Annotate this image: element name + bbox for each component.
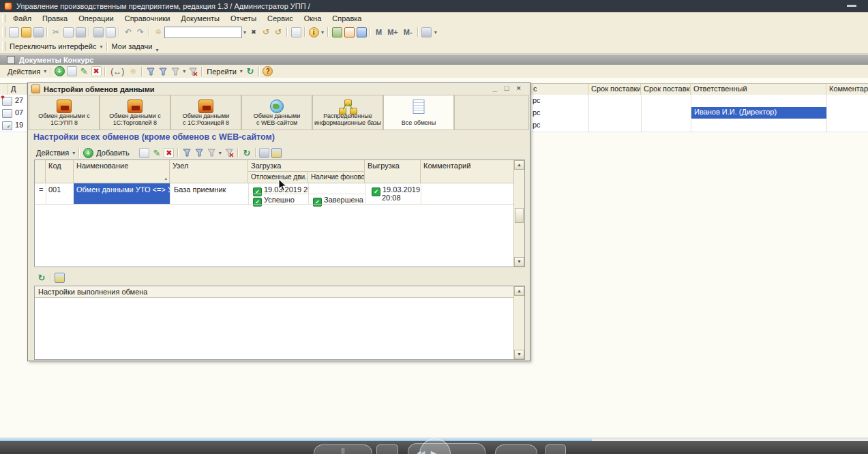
pause-icon[interactable]: ||	[314, 445, 372, 454]
edit-icon[interactable]: ✎	[151, 147, 162, 158]
menu-edit[interactable]: Правка	[37, 14, 73, 22]
documents-icon[interactable]	[290, 27, 301, 37]
background-task-header[interactable]: Наличие фоновой...	[308, 172, 365, 183]
doc-actions-button[interactable]: Действия	[5, 67, 42, 76]
goto-button[interactable]: Перейти	[205, 67, 239, 76]
row-code[interactable]: 001	[46, 185, 74, 194]
scroll-down-icon[interactable]: ▼	[514, 257, 524, 267]
panel-scrollbar[interactable]: ▲ ▼	[513, 286, 524, 359]
list-settings-icon[interactable]	[54, 272, 65, 283]
tab-exchange-trade[interactable]: Обмен данными с1С:Торговлей 8	[100, 95, 170, 130]
add-copy-icon[interactable]	[139, 147, 150, 158]
switch-interface-button[interactable]: Переключить интерфейс	[8, 42, 99, 50]
node-header[interactable]: Узел	[170, 160, 248, 183]
tab-exchange-retail[interactable]: Обмен даннымис 1С:Розницей 8	[170, 95, 241, 130]
tab-exchange-upp[interactable]: Обмен данными с1С:УПП 8	[29, 95, 100, 130]
calculator-icon[interactable]	[331, 27, 342, 37]
execution-settings-header[interactable]: Настройки выполнения обмена	[35, 286, 514, 298]
table-scrollbar[interactable]: ▲ ▼	[513, 160, 524, 267]
my-tasks-dropdown-icon[interactable]: ▾	[155, 47, 158, 53]
name-header[interactable]: Наименование ▴	[74, 160, 170, 183]
paste-icon[interactable]	[75, 27, 86, 37]
info-icon[interactable]: i	[308, 27, 319, 37]
search-clear-icon[interactable]: ✖	[248, 27, 259, 37]
switch-interface-dropdown-icon[interactable]: ▾	[100, 44, 103, 50]
date-column-header[interactable]: Д	[8, 84, 27, 95]
menu-help[interactable]: Справка	[327, 14, 367, 22]
row-node[interactable]: База приемник	[171, 185, 248, 194]
doc-row[interactable]: ✔ 19	[0, 119, 27, 132]
filter-history-icon[interactable]	[206, 147, 217, 158]
scroll-up-icon[interactable]: ▲	[514, 160, 524, 170]
add-icon[interactable]: +	[83, 147, 93, 158]
menu-windows[interactable]: Окна	[299, 14, 327, 22]
tab-all-exchanges[interactable]: Все обмены	[383, 95, 454, 130]
partial-column-header[interactable]: с	[530, 84, 588, 95]
tab-distributed-bases[interactable]: Распределенныеинформационные базы	[312, 95, 383, 130]
doc-row[interactable]: 07	[0, 107, 27, 120]
menu-reports[interactable]: Отчеты	[225, 14, 262, 22]
find-icon[interactable]: ⌾	[128, 66, 138, 77]
search-input[interactable]	[164, 27, 242, 38]
dialog-window-buttons[interactable]: _ □ ×	[493, 84, 524, 92]
back-icon[interactable]: ↶	[123, 27, 134, 37]
comment-header[interactable]: Комментарий	[826, 84, 868, 95]
minimize-button[interactable]	[847, 5, 856, 7]
doc-list-row[interactable]: рс Иванов И.И. (Директор)	[530, 107, 868, 120]
dialog-titlebar[interactable]: Настройки обменов данными _ □ ×	[30, 84, 528, 94]
delete-icon[interactable]: ✖	[91, 66, 102, 77]
filter-history-icon[interactable]	[170, 66, 181, 77]
forward-icon[interactable]: ↷	[135, 27, 146, 37]
calendar-icon[interactable]	[344, 27, 355, 37]
edit-icon[interactable]: ✎	[78, 66, 89, 77]
my-tasks-button[interactable]: Мои задачи	[110, 42, 155, 50]
tab-exchange-website[interactable]: Обмен даннымис WEB-сайтом	[241, 95, 312, 130]
player-next-group[interactable]	[495, 444, 537, 454]
print-icon[interactable]	[93, 27, 104, 37]
dialog-actions-button[interactable]: Действия	[34, 149, 71, 157]
help-icon[interactable]: ?	[263, 66, 273, 77]
add-button[interactable]: Добавить	[94, 149, 132, 157]
menu-operations[interactable]: Операции	[73, 14, 119, 22]
memory-minus-button[interactable]: M-	[401, 28, 415, 36]
goto-dropdown-icon[interactable]: ▾	[240, 68, 243, 74]
user-lock-icon[interactable]	[356, 27, 367, 37]
menu-service[interactable]: Сервис	[262, 14, 299, 22]
memory-plus-button[interactable]: M+	[385, 28, 401, 36]
row-name-selected[interactable]: Обмен данными УТО <=> УПП	[74, 183, 170, 204]
search-dropdown-icon[interactable]: ▾	[243, 29, 246, 35]
add-copy-icon[interactable]	[66, 66, 77, 77]
responsible-cell-selected[interactable]: Иванов И.И. (Директор)	[691, 107, 826, 119]
filter-by-value-icon[interactable]	[158, 66, 168, 77]
settings-wrench-icon[interactable]	[421, 27, 432, 37]
add-icon[interactable]: +	[54, 66, 65, 77]
row-load-status[interactable]: ✔Успешно	[250, 195, 309, 207]
delivery-to-header[interactable]: Срок поставки ...	[641, 84, 691, 95]
refresh-icon[interactable]: ↻	[245, 66, 256, 77]
delete-icon[interactable]: ✖	[164, 147, 175, 158]
filter-icon[interactable]	[181, 147, 192, 158]
dialog-actions-dropdown-icon[interactable]: ▾	[72, 150, 75, 156]
unload-header[interactable]: Выгрузка	[365, 160, 421, 183]
code-header[interactable]: Код	[46, 160, 74, 183]
responsible-header[interactable]: Ответственный	[691, 84, 826, 95]
scroll-up-icon[interactable]: ▲	[514, 286, 524, 296]
cut-icon[interactable]: ✂	[50, 27, 61, 37]
delivery-from-header[interactable]: Срок поставки С	[588, 84, 641, 95]
info-dropdown-icon[interactable]: ▾	[321, 29, 324, 35]
filter-dropdown-icon[interactable]: ▾	[219, 150, 222, 156]
comment-header[interactable]: Комментарий	[421, 160, 515, 183]
play-button[interactable]: ▶	[419, 438, 451, 454]
player-stop-button[interactable]	[376, 444, 398, 454]
zoom-in-icon[interactable]: ↺	[260, 27, 271, 37]
scrollbar-thumb[interactable]	[515, 208, 524, 223]
refresh-icon[interactable]: ↻	[36, 272, 47, 283]
new-document-icon[interactable]	[8, 27, 19, 37]
doc-row[interactable]: ✱ 27	[0, 95, 27, 108]
load-header[interactable]: Загрузка	[248, 160, 365, 172]
row-background-status[interactable]: ✔Завершена	[310, 195, 365, 207]
filter-dropdown-icon[interactable]: ▾	[183, 68, 185, 74]
doc-list-row[interactable]: рс	[530, 95, 868, 108]
filter-clear-icon[interactable]	[188, 66, 198, 77]
player-pause-stop-group[interactable]: ||	[314, 444, 372, 454]
